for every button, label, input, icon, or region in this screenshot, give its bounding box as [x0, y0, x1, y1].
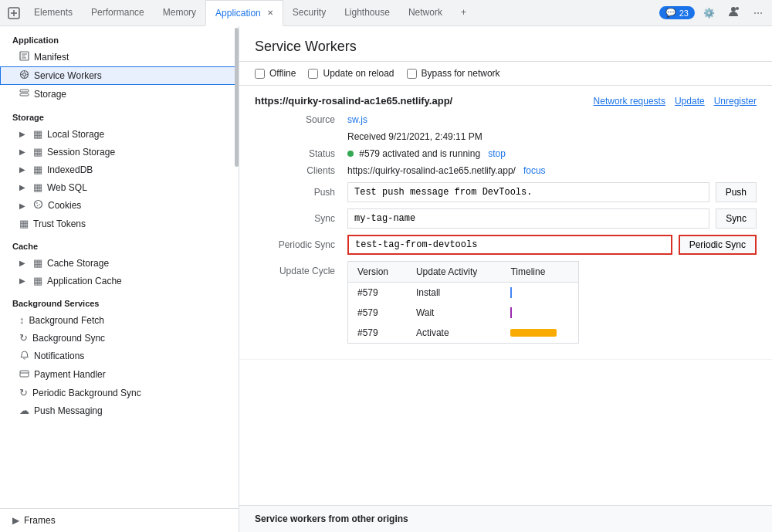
svg-point-8: [35, 201, 42, 208]
issues-icon: 💬: [665, 8, 676, 18]
version-num-wait: 579: [363, 307, 378, 318]
tab-elements[interactable]: Elements: [25, 0, 82, 26]
push-button[interactable]: Push: [716, 182, 757, 202]
issues-badge[interactable]: 💬 23: [659, 6, 695, 19]
issues-count: 23: [679, 8, 689, 18]
update-on-reload-label: Update on reload: [323, 68, 394, 79]
sidebar-item-web-sql[interactable]: ▶ ▦ Web SQL: [0, 178, 239, 196]
service-workers-icon: [19, 69, 29, 82]
push-messaging-icon: ☁: [19, 405, 29, 416]
sw-update-cycle-row: Update Cycle Version Update Activity Tim…: [255, 261, 757, 344]
network-requests-link[interactable]: Network requests: [594, 96, 665, 107]
update-cycle-table-container: Version Update Activity Timeline #579 In…: [347, 261, 579, 344]
frames-label: Frames: [24, 515, 56, 526]
sidebar-item-cache-storage[interactable]: ▶ ▦ Cache Storage: [0, 254, 239, 272]
tab-application[interactable]: Application ✕: [205, 0, 283, 26]
cookies-expand-icon[interactable]: ▶: [19, 202, 29, 210]
sidebar-scrollbar[interactable]: [234, 26, 239, 532]
content-footer: Service workers from other origins: [239, 505, 772, 532]
update-activity-header: Update Activity: [407, 262, 502, 283]
sidebar-item-cookies[interactable]: ▶ Cookies: [0, 196, 239, 215]
sidebar-item-background-fetch[interactable]: ↕ Background Fetch: [0, 311, 239, 329]
sidebar-item-session-storage-label: Session Storage: [47, 147, 115, 158]
sidebar-item-indexeddb[interactable]: ▶ ▦ IndexedDB: [0, 161, 239, 178]
offline-label: Offline: [269, 68, 296, 79]
sidebar-item-local-storage[interactable]: ▶ ▦ Local Storage: [0, 125, 239, 143]
tab-performance[interactable]: Performance: [82, 0, 154, 26]
indexeddb-expand-icon[interactable]: ▶: [19, 165, 29, 174]
frames-item[interactable]: ▶ Frames: [12, 515, 226, 526]
offline-checkbox-label[interactable]: Offline: [255, 68, 296, 79]
activity-install: Install: [407, 283, 502, 303]
svg-rect-6: [20, 90, 29, 92]
timeline-bar-activate: [510, 327, 569, 338]
sw-actions: Network requests Update Unregister: [594, 96, 757, 107]
sidebar-item-indexeddb-label: IndexedDB: [47, 164, 93, 175]
sidebar-item-app-cache[interactable]: ▶ ▦ Application Cache: [0, 272, 239, 290]
offline-checkbox[interactable]: [255, 69, 265, 79]
sidebar-item-trust-tokens[interactable]: ▦ Trust Tokens: [0, 215, 239, 232]
update-cycle-header-row: Version Update Activity Timeline: [348, 262, 578, 283]
session-storage-expand-icon[interactable]: ▶: [19, 147, 29, 156]
tab-security[interactable]: Security: [283, 0, 335, 26]
notifications-icon: [19, 350, 29, 362]
update-on-reload-checkbox-label[interactable]: Update on reload: [308, 68, 394, 79]
svg-point-11: [37, 205, 39, 207]
cache-storage-expand-icon[interactable]: ▶: [19, 259, 29, 267]
unregister-link[interactable]: Unregister: [714, 96, 757, 107]
sidebar-item-periodic-background-sync[interactable]: ↻ Periodic Background Sync: [0, 384, 239, 402]
sidebar-item-push-messaging[interactable]: ☁ Push Messaging: [0, 402, 239, 419]
received-value: Received 9/21/2021, 2:49:11 PM: [347, 131, 757, 142]
tab-bar-right: 💬 23 ⚙️ ⋯: [659, 2, 769, 24]
activity-activate: Activate: [407, 323, 502, 343]
sidebar-item-payment-handler-label: Payment Handler: [34, 369, 106, 380]
bypass-for-network-checkbox[interactable]: [407, 69, 417, 79]
settings-button[interactable]: ⚙️: [698, 2, 720, 24]
people-button[interactable]: [723, 2, 744, 24]
version-hash-icon: #: [357, 287, 363, 298]
version-hash-icon-2: #: [357, 307, 363, 318]
focus-link[interactable]: focus: [523, 165, 546, 176]
local-storage-expand-icon[interactable]: ▶: [19, 130, 29, 138]
more-button[interactable]: ⋯: [747, 2, 769, 24]
periodic-background-sync-icon: ↻: [19, 387, 28, 398]
stop-link[interactable]: stop: [488, 148, 506, 159]
update-link[interactable]: Update: [675, 96, 705, 107]
sidebar-item-app-cache-label: Application Cache: [47, 276, 122, 286]
app-cache-expand-icon[interactable]: ▶: [19, 276, 29, 285]
sidebar-item-background-sync[interactable]: ↻ Background Sync: [0, 329, 239, 347]
push-input[interactable]: [347, 182, 709, 202]
sidebar-item-notifications[interactable]: Notifications: [0, 347, 239, 365]
clients-value: https://quirky-rosalind-ac1e65.netlify.a…: [347, 165, 757, 176]
periodic-sync-input[interactable]: [347, 235, 672, 255]
version-num-activate: 579: [363, 327, 378, 338]
tab-add[interactable]: +: [452, 0, 476, 26]
bypass-for-network-checkbox-label[interactable]: Bypass for network: [407, 68, 500, 79]
indexeddb-icon: ▦: [33, 164, 42, 175]
source-link[interactable]: sw.js: [347, 114, 367, 125]
sync-input[interactable]: [347, 208, 709, 229]
sidebar-item-session-storage[interactable]: ▶ ▦ Session Storage: [0, 143, 239, 161]
app-cache-icon: ▦: [33, 275, 42, 286]
background-sync-icon: ↻: [19, 332, 28, 344]
tab-memory[interactable]: Memory: [154, 0, 205, 26]
cookies-icon: [33, 199, 43, 212]
sidebar: Application Manifest Service Workers: [0, 26, 239, 532]
update-on-reload-checkbox[interactable]: [308, 69, 318, 79]
sidebar-item-storage-main[interactable]: Storage: [0, 85, 239, 103]
sidebar-item-manifest[interactable]: Manifest: [0, 48, 239, 66]
tab-network[interactable]: Network: [399, 0, 452, 26]
sw-sync-row: Sync Sync: [255, 208, 757, 229]
sidebar-item-payment-handler[interactable]: Payment Handler: [0, 365, 239, 384]
tab-application-close-icon[interactable]: ✕: [267, 8, 273, 17]
people-icon: [727, 5, 740, 20]
sidebar-item-service-workers[interactable]: Service Workers: [0, 66, 239, 85]
main-area: Application Manifest Service Workers: [0, 26, 772, 532]
sw-entry: https://quirky-rosalind-ac1e65.netlify.a…: [239, 86, 772, 360]
status-value: #579 activated and is running stop: [347, 148, 757, 159]
sync-button[interactable]: Sync: [716, 208, 757, 229]
sidebar-item-web-sql-label: Web SQL: [47, 182, 87, 193]
web-sql-expand-icon[interactable]: ▶: [19, 183, 29, 191]
tab-lighthouse[interactable]: Lighthouse: [335, 0, 399, 26]
periodic-sync-button[interactable]: Periodic Sync: [679, 235, 757, 255]
